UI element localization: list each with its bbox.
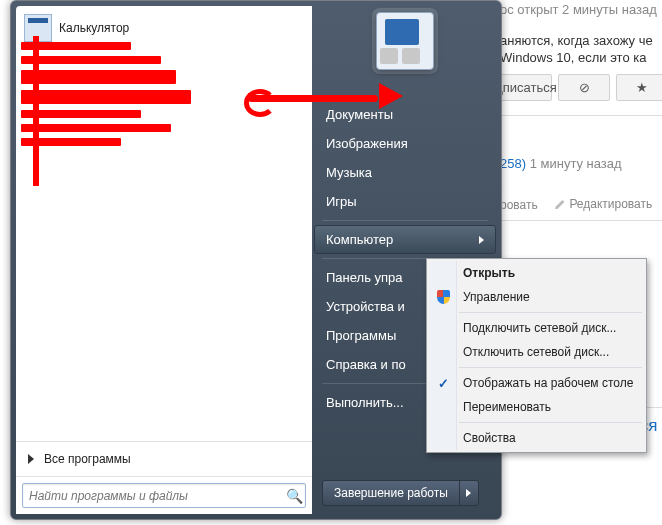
ctx-item-label: Переименовать: [463, 400, 551, 414]
ctx-item-label: Отключить сетевой диск...: [463, 345, 609, 359]
answer-time: 1 минуту назад: [530, 156, 622, 171]
chevron-right-icon: [479, 236, 484, 244]
right-item-label: Устройства и: [326, 299, 405, 314]
shutdown-label: Завершение работы: [323, 481, 459, 505]
ctx-item-label: Отображать на рабочем столе: [463, 376, 633, 390]
ctx-item-label: Управление: [463, 290, 530, 304]
user-picture[interactable]: [376, 12, 434, 70]
question-text-1: аняются, когда захожу че: [500, 33, 662, 48]
search-box[interactable]: 🔍: [22, 483, 306, 508]
right-item-изображения[interactable]: Изображения: [314, 129, 496, 158]
right-item-label: Компьютер: [326, 232, 393, 247]
asked-time: ос открыт 2 минуты назад: [500, 2, 662, 17]
shutdown-button[interactable]: Завершение работы: [322, 480, 479, 506]
right-item-label: Справка и по: [326, 357, 406, 372]
check-icon: ✓: [435, 375, 451, 391]
annotation-arrow: [248, 85, 408, 115]
ctx-item-label: Свойства: [463, 431, 516, 445]
start-menu-left-panel: Калькулятор Все программы: [16, 6, 312, 514]
question-text-2: Windows 10, если это ка: [500, 50, 662, 65]
search-row: 🔍: [16, 476, 312, 514]
ctx-item-открыть[interactable]: Открыть: [429, 261, 644, 285]
ctx-item-подключить-сетевой-диск-[interactable]: Подключить сетевой диск...: [429, 316, 644, 340]
right-item-label: Панель упра: [326, 270, 403, 285]
ctx-item-label: Открыть: [463, 266, 515, 280]
right-item-label: Программы: [326, 328, 396, 343]
right-item-label: Музыка: [326, 165, 372, 180]
answer-author[interactable]: 258): [500, 156, 526, 171]
subscribe-button[interactable]: дписаться: [500, 74, 552, 101]
all-programs-label: Все программы: [44, 452, 131, 466]
program-list: Калькулятор: [16, 6, 312, 441]
all-programs-button[interactable]: Все программы: [16, 441, 312, 476]
chevron-right-icon: [466, 489, 471, 497]
shutdown-options-button[interactable]: [459, 481, 478, 505]
star-icon: ★: [636, 80, 648, 95]
block-icon: ⊘: [579, 80, 590, 95]
ctx-item-label: Подключить сетевой диск...: [463, 321, 616, 335]
triangle-right-icon: [28, 454, 34, 464]
right-item-label: Изображения: [326, 136, 408, 151]
search-icon[interactable]: 🔍: [283, 488, 305, 504]
block-button[interactable]: ⊘: [558, 74, 610, 101]
shield-icon: [435, 289, 451, 305]
search-input[interactable]: [23, 489, 283, 503]
pencil-icon: [555, 199, 565, 209]
ctx-item-отображать-на-рабочем-столе[interactable]: ✓Отображать на рабочем столе: [429, 371, 644, 395]
right-item-label: Игры: [326, 194, 357, 209]
right-item-label: Выполнить...: [326, 395, 404, 410]
edit-link-2[interactable]: Редактировать: [555, 197, 652, 211]
right-item-игры[interactable]: Игры: [314, 187, 496, 216]
ctx-item-отключить-сетевой-диск-[interactable]: Отключить сетевой диск...: [429, 340, 644, 364]
right-item-компьютер[interactable]: Компьютер: [314, 225, 496, 254]
redaction-overlay: [21, 36, 221, 152]
context-menu: ОткрытьУправлениеПодключить сетевой диск…: [426, 258, 647, 453]
ctx-item-переименовать[interactable]: Переименовать: [429, 395, 644, 419]
favorite-button[interactable]: ★: [616, 74, 662, 101]
ctx-item-свойства[interactable]: Свойства: [429, 426, 644, 450]
edit-link-1[interactable]: ровать: [500, 198, 538, 212]
right-item-музыка[interactable]: Музыка: [314, 158, 496, 187]
program-label: Калькулятор: [59, 21, 129, 35]
ctx-item-управление[interactable]: Управление: [429, 285, 644, 309]
